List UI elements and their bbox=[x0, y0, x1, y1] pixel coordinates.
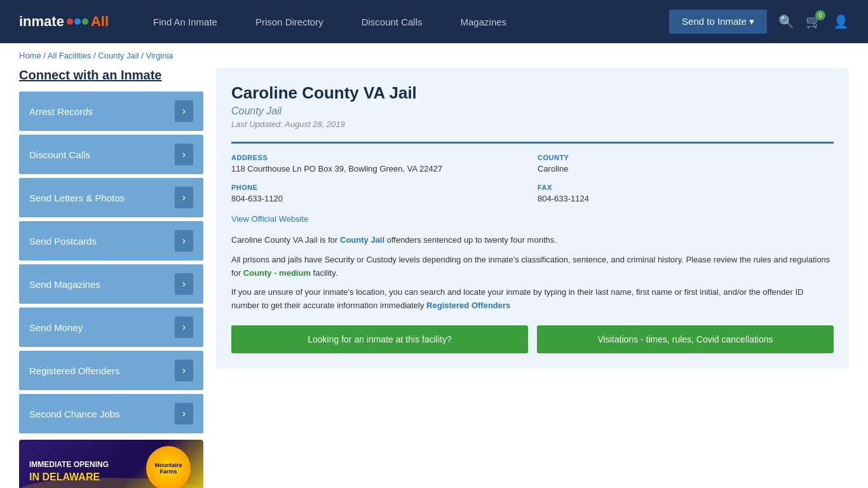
facility-updated: Last Updated: August 28, 2019 bbox=[231, 119, 834, 129]
sidebar-item-discount-calls[interactable]: Discount Calls › bbox=[19, 135, 203, 174]
cart-wrapper[interactable]: 🛒 0 bbox=[806, 14, 822, 29]
sidebar-item-arrest-records[interactable]: Arrest Records › bbox=[19, 92, 203, 131]
chevron-right-icon: › bbox=[175, 100, 193, 122]
registered-offenders-link[interactable]: Registered Offenders bbox=[426, 301, 510, 310]
facility-desc-3: If you are unsure of your inmate's locat… bbox=[231, 286, 834, 313]
phone-block: PHONE 804-633-1120 bbox=[231, 184, 527, 203]
sidebar-item-send-money[interactable]: Send Money › bbox=[19, 308, 203, 347]
main-content: Connect with an Inmate Arrest Records › … bbox=[0, 68, 868, 488]
address-label: ADDRESS bbox=[231, 154, 527, 161]
sidebar-item-send-letters[interactable]: Send Letters & Photos › bbox=[19, 178, 203, 217]
sidebar-item-registered-offenders[interactable]: Registered Offenders › bbox=[19, 351, 203, 390]
sidebar-ad[interactable]: IMMEDIATE OPENING IN DELAWARE Mountaire … bbox=[19, 440, 203, 488]
county-jail-link[interactable]: County Jail bbox=[340, 235, 384, 245]
breadcrumb-all-facilities[interactable]: All Facilities bbox=[48, 51, 92, 60]
breadcrumb: Home / All Facilities / County Jail / Vi… bbox=[19, 51, 849, 60]
phone-value: 804-633-1120 bbox=[231, 194, 527, 203]
facility-type: County Jail bbox=[231, 105, 834, 117]
breadcrumb-home[interactable]: Home bbox=[19, 51, 41, 60]
breadcrumb-bar: Home / All Facilities / County Jail / Vi… bbox=[0, 43, 868, 68]
sidebar-item-label: Send Money bbox=[29, 322, 83, 333]
phone-label: PHONE bbox=[231, 184, 527, 191]
address-block: ADDRESS 118 Courthouse Ln PO Box 39, Bow… bbox=[231, 154, 527, 173]
chevron-right-icon: › bbox=[175, 403, 193, 424]
facility-card: Caroline County VA Jail County Jail Last… bbox=[216, 68, 849, 369]
logo-all-text: All bbox=[91, 13, 109, 30]
send-to-inmate-button[interactable]: Send to Inmate ▾ bbox=[669, 10, 767, 34]
chevron-right-icon: › bbox=[175, 144, 193, 165]
county-label: COUNTY bbox=[538, 154, 834, 161]
county-medium-link[interactable]: County - medium bbox=[243, 268, 311, 278]
chevron-right-icon: › bbox=[175, 230, 193, 252]
county-value: Caroline bbox=[538, 164, 834, 173]
breadcrumb-state[interactable]: Virginia bbox=[146, 51, 173, 60]
sidebar-item-label: Discount Calls bbox=[29, 149, 90, 160]
facility-desc-2: All prisons and jails have Security or C… bbox=[231, 254, 834, 280]
official-website-link[interactable]: View Official Website bbox=[231, 214, 308, 224]
sidebar-item-second-chance-jobs[interactable]: Second Chance Jobs › bbox=[19, 394, 203, 433]
sidebar-item-label: Send Postcards bbox=[29, 236, 97, 247]
header: inmate All Find An Inmate Prison Directo… bbox=[0, 0, 868, 43]
chevron-right-icon: › bbox=[175, 187, 193, 208]
county-block: COUNTY Caroline bbox=[538, 154, 834, 173]
visitations-button[interactable]: Visitations - times, rules, Covid cancel… bbox=[537, 325, 834, 353]
sidebar-item-label: Send Letters & Photos bbox=[29, 193, 125, 203]
nav-discount-calls[interactable]: Discount Calls bbox=[342, 0, 442, 43]
cart-badge: 0 bbox=[815, 10, 825, 20]
ad-badge: Mountaire Farms bbox=[146, 446, 191, 488]
nav-magazines[interactable]: Magazines bbox=[442, 0, 526, 43]
fax-block: FAX 804-633-1124 bbox=[538, 184, 834, 203]
nav-find-inmate[interactable]: Find An Inmate bbox=[134, 0, 236, 43]
sidebar-item-label: Send Magazines bbox=[29, 279, 100, 290]
user-icon[interactable]: 👤 bbox=[833, 14, 849, 29]
sidebar: Connect with an Inmate Arrest Records › … bbox=[19, 68, 203, 488]
sidebar-item-label: Registered Offenders bbox=[29, 365, 119, 376]
sidebar-item-label: Second Chance Jobs bbox=[29, 409, 120, 419]
sidebar-item-send-magazines[interactable]: Send Magazines › bbox=[19, 264, 203, 304]
fax-label: FAX bbox=[538, 184, 834, 191]
fax-value: 804-633-1124 bbox=[538, 194, 834, 203]
search-icon[interactable]: 🔍 bbox=[778, 14, 794, 29]
nav-prison-directory[interactable]: Prison Directory bbox=[236, 0, 342, 43]
header-actions: Send to Inmate ▾ 🔍 🛒 0 👤 bbox=[669, 10, 849, 34]
facility-title: Caroline County VA Jail bbox=[231, 83, 834, 103]
address-value: 118 Courthouse Ln PO Box 39, Bowling Gre… bbox=[231, 164, 527, 173]
sidebar-item-send-postcards[interactable]: Send Postcards › bbox=[19, 221, 203, 261]
breadcrumb-county-jail[interactable]: County Jail bbox=[98, 51, 139, 60]
facility-buttons: Looking for an inmate at this facility? … bbox=[231, 325, 834, 353]
facility-info-grid: ADDRESS 118 Courthouse Ln PO Box 39, Bow… bbox=[231, 142, 834, 203]
sidebar-title: Connect with an Inmate bbox=[19, 68, 203, 83]
logo-inmate-text: inmate bbox=[19, 13, 64, 30]
chevron-right-icon: › bbox=[175, 360, 193, 381]
looking-for-inmate-button[interactable]: Looking for an inmate at this facility? bbox=[231, 325, 528, 353]
main-nav: Find An Inmate Prison Directory Discount… bbox=[134, 0, 644, 43]
sidebar-item-label: Arrest Records bbox=[29, 106, 93, 117]
facility-desc-1: Caroline County VA Jail is for County Ja… bbox=[231, 234, 834, 247]
logo-icons bbox=[67, 18, 88, 25]
chevron-right-icon: › bbox=[175, 316, 193, 338]
chevron-right-icon: › bbox=[175, 273, 193, 295]
logo[interactable]: inmate All bbox=[19, 13, 109, 30]
